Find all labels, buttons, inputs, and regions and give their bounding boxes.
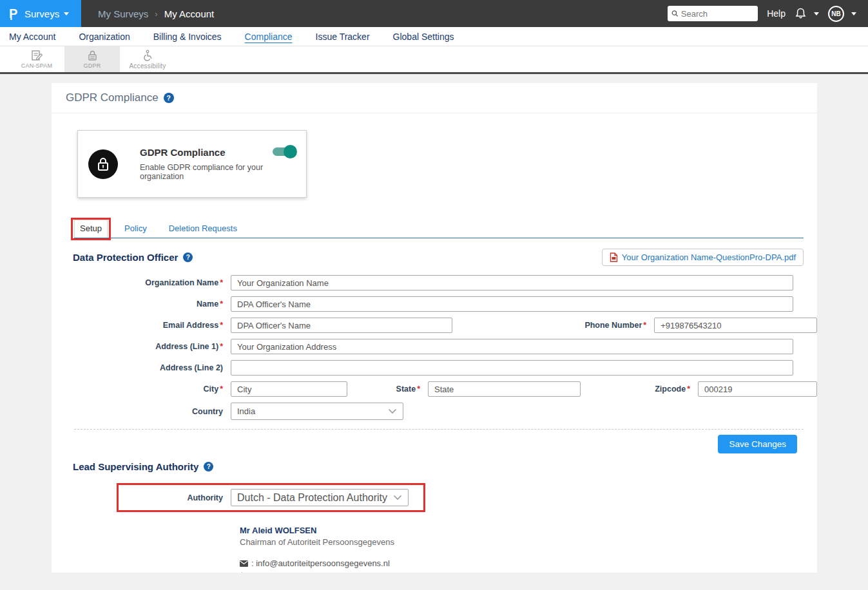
city-field[interactable] [231, 381, 347, 397]
city-label: City* [126, 385, 231, 394]
account-nav: My Account Organization Billing & Invoic… [0, 27, 868, 46]
breadcrumb-separator: › [155, 9, 157, 19]
address-line1-label: Address (Line 1)* [126, 342, 231, 351]
breadcrumb-my-account: My Account [164, 8, 215, 19]
subtab-accessibility[interactable]: Accessibility [120, 46, 175, 72]
state-field[interactable] [428, 381, 581, 397]
questionpro-logo [9, 6, 21, 21]
organization-name-field[interactable] [231, 275, 793, 290]
product-name: Surveys [24, 8, 59, 19]
chevron-down-icon [814, 12, 819, 15]
organization-name-label: Organization Name* [126, 278, 231, 287]
name-field[interactable] [231, 296, 793, 312]
chevron-down-icon [851, 12, 856, 15]
tab-deletion-requests[interactable]: Deletion Requests [164, 220, 242, 238]
gdpr-compliance-panel: GDPR Compliance GDPR Compliance Enable G… [52, 83, 817, 573]
authority-row: Authority Dutch - Data Protection Author… [126, 489, 419, 506]
lock-icon [88, 149, 118, 179]
pdf-file-icon [610, 252, 618, 262]
gdpr-toggle-switch[interactable] [273, 148, 296, 156]
help-link[interactable]: Help [767, 8, 786, 19]
authority-contact-title: Chairman of Autoriteit Persoonsgegevens [240, 537, 817, 547]
setup-tabs: Setup Policy Deletion Requests [74, 220, 804, 238]
wheelchair-icon [142, 50, 153, 61]
nav-global-settings[interactable]: Global Settings [393, 32, 454, 42]
help-icon[interactable] [164, 93, 174, 103]
authority-selected-value: Dutch - Data Protection Authority [237, 492, 387, 504]
address-line2-field[interactable] [231, 360, 793, 376]
nav-my-account[interactable]: My Account [9, 32, 55, 42]
tab-policy[interactable]: Policy [119, 220, 152, 238]
canspam-document-icon [31, 50, 43, 61]
avatar: NB [828, 6, 844, 22]
chevron-down-icon [393, 495, 402, 500]
subtab-label: GDPR [84, 62, 101, 69]
authority-section-title: Lead Supervising Authority [73, 461, 198, 472]
authority-contact-card: Mr Aleid WOLFSEN Chairman of Autoriteit … [240, 526, 817, 573]
notifications-menu[interactable] [795, 7, 819, 20]
authority-contact-name: Mr Aleid WOLFSEN [240, 526, 817, 535]
phone-icon [240, 572, 247, 573]
product-switcher[interactable]: Surveys [0, 0, 81, 27]
subtab-gdpr[interactable]: GDPR [64, 46, 120, 72]
name-label: Name* [126, 300, 231, 309]
dpo-section-title: Data Protection Officer [73, 252, 178, 263]
authority-select[interactable]: Dutch - Data Protection Authority [231, 489, 409, 506]
authority-email: : info@autoriteitpersoonsgegevens.nl [251, 558, 390, 568]
help-icon[interactable] [183, 252, 193, 262]
card-subtitle: Enable GDPR compliance for your organiza… [140, 163, 273, 181]
breadcrumb: My Surveys › My Account [98, 0, 214, 27]
subtab-can-spam[interactable]: CAN-SPAM [9, 46, 64, 72]
chevron-down-icon [64, 12, 69, 15]
top-bar: Surveys My Surveys › My Account Help NB [0, 0, 868, 27]
authority-label: Authority [126, 493, 231, 502]
search-box[interactable] [668, 6, 758, 21]
authority-phone: : +31 70 888 8500 [251, 571, 318, 573]
section-divider [74, 429, 804, 430]
nav-compliance[interactable]: Compliance [245, 32, 293, 42]
nav-organization[interactable]: Organization [79, 32, 130, 42]
zipcode-label: Zipcode* [633, 385, 698, 394]
country-label: Country [126, 407, 231, 416]
account-menu[interactable]: NB [828, 6, 856, 22]
tab-setup[interactable]: Setup [74, 220, 108, 238]
phone-number-field[interactable] [654, 318, 817, 333]
subtab-label: CAN-SPAM [21, 62, 52, 69]
address-line2-label: Address (Line 2) [126, 363, 231, 372]
search-icon [671, 10, 679, 17]
bell-icon [795, 7, 807, 20]
compliance-subtabs: CAN-SPAM GDPR Accessibility [0, 46, 868, 74]
country-select[interactable]: India [231, 403, 403, 420]
pdf-button-label: Your Organization Name-QuestionPro-DPA.p… [622, 252, 796, 262]
state-label: State* [347, 385, 428, 394]
chevron-down-icon [388, 408, 397, 414]
phone-number-label: Phone Number* [525, 321, 654, 330]
nav-billing-invoices[interactable]: Billing & Invoices [153, 32, 222, 42]
gdpr-toggle-card: GDPR Compliance Enable GDPR compliance f… [77, 130, 307, 198]
padlock-icon [87, 50, 98, 61]
help-icon[interactable] [204, 462, 213, 471]
email-address-field[interactable] [231, 318, 452, 333]
page-title: GDPR Compliance [66, 91, 159, 104]
nav-issue-tracker[interactable]: Issue Tracker [316, 32, 370, 42]
dpo-form: Organization Name* Name* Email Address* … [52, 275, 817, 420]
card-title: GDPR Compliance [140, 147, 273, 158]
subtab-label: Accessibility [129, 62, 166, 70]
country-selected-value: India [237, 406, 255, 416]
email-address-label: Email Address* [126, 321, 231, 330]
breadcrumb-my-surveys[interactable]: My Surveys [98, 8, 148, 19]
dpo-save-changes-button[interactable]: Save Changes [718, 435, 797, 453]
dpa-pdf-button[interactable]: Your Organization Name-QuestionPro-DPA.p… [602, 249, 804, 266]
search-input[interactable] [681, 9, 754, 19]
address-line1-field[interactable] [231, 339, 793, 354]
email-icon [240, 560, 248, 567]
zipcode-field[interactable] [698, 381, 817, 397]
